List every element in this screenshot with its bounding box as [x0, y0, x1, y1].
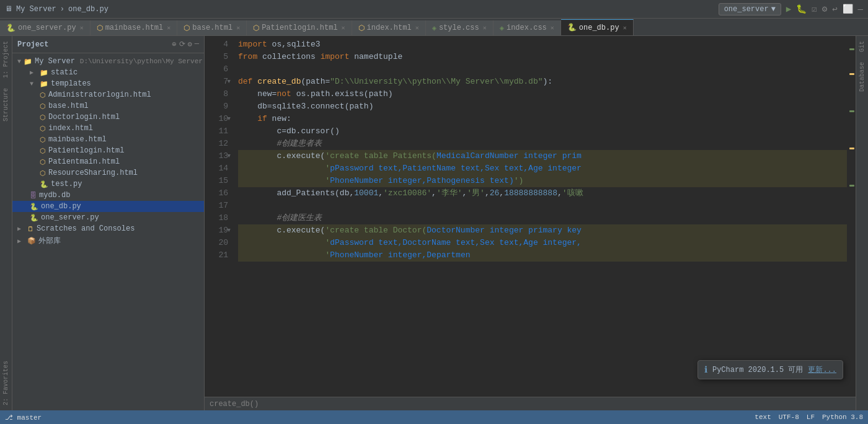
tab-close[interactable]: ✕: [342, 24, 345, 32]
tree-item-external[interactable]: ▶ 📦 外部库: [12, 234, 204, 247]
tab-close[interactable]: ✕: [415, 24, 419, 32]
sidebar-tab-database[interactable]: Database: [857, 57, 867, 97]
tree-item-scratches[interactable]: ▶ 🗒 Scratches and Consoles: [12, 223, 204, 234]
status-git: ⎇ master: [5, 413, 42, 422]
tab-style-css[interactable]: ◈ style.css ✕: [426, 20, 494, 35]
tab-mainbase-html[interactable]: ⬡ mainbase.html ✕: [91, 20, 178, 35]
sidebar-tab-structure[interactable]: Structure: [1, 83, 11, 126]
collapse-icon[interactable]: —: [195, 40, 199, 49]
code-lines: import os,sqlite3 from collections impor…: [236, 36, 847, 397]
tab-close[interactable]: ✕: [167, 24, 170, 32]
tree-item-mainbase[interactable]: ⬡ mainbase.html: [12, 134, 204, 145]
rerun-button[interactable]: ↩: [832, 4, 837, 14]
py-file-icon: 🐍: [6, 24, 16, 33]
tree-item-index[interactable]: ⬡ index.html: [12, 123, 204, 134]
tab-index-html[interactable]: ⬡ index.html ✕: [352, 20, 426, 35]
status-bar: ⎇ master text UTF-8 LF Python 3.8: [0, 410, 868, 424]
tree-item-adminlogin[interactable]: ⬡ Administratorlogin.html: [12, 89, 204, 100]
code-text: [252, 76, 257, 88]
tree-item-doctorlogin[interactable]: ⬡ Doctorlogin.html: [12, 112, 204, 123]
minimize-button[interactable]: —: [858, 4, 863, 14]
line-num-21: 21: [205, 249, 228, 262]
code-text: ):: [543, 76, 553, 88]
expand-arrow: ▼: [30, 81, 37, 87]
status-text[interactable]: text: [755, 413, 771, 421]
type-dpassword: dPassword text,DoctorName text,Sex text,…: [330, 237, 582, 249]
html-file-icon: ⬡: [97, 24, 103, 33]
tab-close[interactable]: ✕: [80, 24, 84, 32]
tree-item-one-server[interactable]: 🐍 one_server.py: [12, 212, 204, 223]
tab-base-html[interactable]: ⬡ base.html ✕: [177, 20, 247, 35]
tab-close[interactable]: ✕: [236, 24, 240, 32]
str-ppassword: ': [325, 162, 330, 175]
tab-close[interactable]: ✕: [483, 24, 487, 32]
tree-item-mydb[interactable]: 🗄 mydb.db: [12, 190, 204, 201]
run-config-label: one_server: [724, 5, 769, 14]
code-text: db=sqlite3.connect(path): [238, 100, 373, 113]
item-label: base.html: [48, 102, 89, 110]
tab-label: one_server.py: [18, 24, 76, 32]
tree-item-static[interactable]: ▶ 📁 static: [12, 67, 204, 78]
tab-close[interactable]: ✕: [551, 24, 554, 32]
folder-icon: 📦: [27, 237, 36, 245]
sidebar-tab-favorites[interactable]: 2: Favorites: [1, 356, 11, 410]
str-male: '男': [467, 187, 485, 200]
sidebar-icons: ⊕ ⟳ ⚙ —: [172, 40, 199, 49]
profile-button[interactable]: ⚙: [822, 4, 827, 14]
tree-item-resource[interactable]: ⬡ ResourceSharing.html: [12, 167, 204, 179]
keyword-from: from: [238, 51, 257, 63]
tree-item-base[interactable]: ⬡ base.html: [12, 100, 204, 112]
item-label: mydb.db: [39, 191, 70, 200]
tab-close[interactable]: ✕: [623, 24, 627, 32]
str-create-doctor: 'create table Doctor(: [325, 224, 427, 237]
item-label: one_db.py: [41, 202, 81, 211]
run-config[interactable]: one_server ▼: [719, 3, 781, 15]
status-line-sep: LF: [807, 413, 815, 421]
tab-label: style.css: [439, 24, 479, 32]
tab-index-css[interactable]: ◈ index.css ✕: [494, 20, 561, 35]
editor-area[interactable]: 4 5 6 7▼ 8 9 10▼ 11 12 13▼ 14 15 16 17 1…: [205, 36, 856, 410]
html-icon: ⬡: [40, 125, 46, 133]
coverage-button[interactable]: ☑: [812, 4, 817, 14]
tree-item-templates[interactable]: ▼ 📁 templates: [12, 78, 204, 89]
code-line-12: #创建患者表: [238, 138, 847, 150]
gutter-mark-5: [849, 185, 854, 187]
line-num-5: 5: [205, 51, 228, 63]
tree-item-patientlogin[interactable]: ⬡ Patientlogin.html: [12, 145, 204, 156]
str-phone2: ': [325, 249, 330, 262]
code-text: c=db.cursor(): [238, 125, 340, 138]
stop-button[interactable]: ⬜: [843, 4, 853, 14]
py-file-icon: 🐍: [567, 23, 577, 32]
run-button[interactable]: ▶: [786, 4, 791, 14]
num-phone: 18888888888: [504, 187, 557, 200]
sidebar-tab-git[interactable]: Git: [857, 36, 867, 57]
info-icon: ℹ: [704, 364, 707, 375]
sync-icon[interactable]: ⟳: [179, 40, 185, 49]
tree-item-patientmain[interactable]: ⬡ Patientmain.html: [12, 156, 204, 167]
code-text: c.execute(: [238, 224, 325, 237]
css-file-icon: ◈: [432, 24, 436, 33]
vertical-tabs-left: 1: Project Structure 2: Favorites: [0, 36, 12, 410]
add-icon[interactable]: ⊕: [172, 40, 176, 49]
tab-patientlogin-html[interactable]: ⬡ Patientlogin.html ✕: [247, 20, 352, 35]
tab-one-db-py[interactable]: 🐍 one_db.py ✕: [561, 19, 634, 35]
tree-item-test[interactable]: 🐍 test.py: [12, 179, 204, 190]
code-text: [238, 249, 325, 262]
code-line-17: [238, 200, 847, 212]
settings-icon[interactable]: ⚙: [188, 40, 192, 49]
code-line-11: c=db.cursor(): [238, 125, 847, 138]
sidebar-tab-project[interactable]: 1: Project: [1, 36, 11, 83]
folder-icon: 📁: [40, 80, 48, 88]
code-line-5: from collections import namedtuple: [238, 51, 847, 63]
line-num-11: 11: [205, 125, 228, 138]
line-num-18: 18: [205, 212, 228, 224]
update-link[interactable]: 更新...: [808, 364, 836, 375]
tree-root[interactable]: ▼ 📁 My Server D:\University\python\My Se…: [12, 56, 204, 67]
tab-one-server-py[interactable]: 🐍 one_server.py ✕: [0, 20, 91, 35]
code-text: [238, 237, 325, 249]
tree-item-one-db[interactable]: 🐍 one_db.py: [12, 201, 204, 212]
line-num-19: 19▼: [205, 224, 228, 237]
debug-button[interactable]: 🐛: [796, 4, 807, 14]
str-create-patients: 'create table Patients(: [325, 150, 436, 162]
tooltip-message: PyCharm 2020.1.5 可用: [712, 364, 803, 375]
